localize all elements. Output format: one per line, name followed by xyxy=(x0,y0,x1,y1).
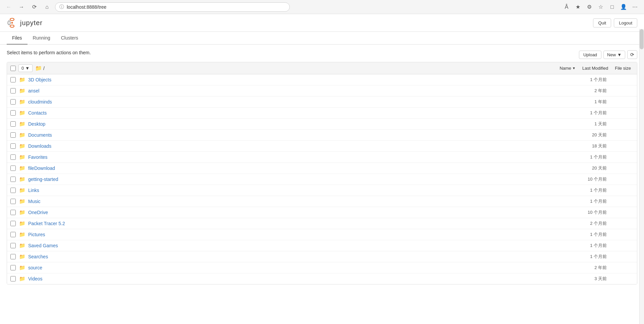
row-checkbox[interactable] xyxy=(10,121,16,127)
file-name-link[interactable]: Videos xyxy=(28,276,567,281)
tab-running[interactable]: Running xyxy=(28,32,56,45)
upload-button[interactable]: Upload xyxy=(579,51,601,59)
file-name-link[interactable]: cloudminds xyxy=(28,99,567,105)
collections-button[interactable]: ☆ xyxy=(596,2,606,12)
folder-icon: 📁 xyxy=(19,276,25,282)
home-button[interactable]: ⌂ xyxy=(42,2,52,12)
select-all-checkbox[interactable] xyxy=(10,66,16,71)
item-count-btn[interactable]: 0 ▼ xyxy=(18,64,33,72)
name-sort-icon: ▼ xyxy=(572,66,576,70)
row-checkbox[interactable] xyxy=(10,243,16,248)
file-name-link[interactable]: 3D Objects xyxy=(28,77,567,82)
profile-button[interactable]: 👤 xyxy=(619,2,629,12)
scrollbar-track[interactable] xyxy=(639,29,644,290)
row-checkbox[interactable] xyxy=(10,177,16,182)
file-name-link[interactable]: Links xyxy=(28,188,567,193)
file-modified: 3 天前 xyxy=(567,276,607,282)
modified-column-header[interactable]: Last Modified xyxy=(580,64,611,72)
file-name-link[interactable]: Favorites xyxy=(28,154,567,160)
row-checkbox[interactable] xyxy=(10,154,16,160)
row-checkbox[interactable] xyxy=(10,199,16,204)
more-button[interactable]: ⋯ xyxy=(630,2,640,12)
toolbar-left: 0 ▼ 📁 / xyxy=(10,64,45,72)
folder-icon: 📁 xyxy=(19,77,25,83)
forward-button[interactable]: → xyxy=(17,2,26,12)
row-checkbox[interactable] xyxy=(10,188,16,193)
file-name-link[interactable]: Music xyxy=(28,199,567,204)
folder-icon: 📁 xyxy=(19,232,25,238)
table-row: 📁 source 2 年前 xyxy=(7,262,637,273)
scrollbar-thumb[interactable] xyxy=(640,29,644,49)
file-modified: 10 个月前 xyxy=(567,209,607,215)
item-count: 0 xyxy=(21,66,24,71)
file-name-link[interactable]: Documents xyxy=(28,132,567,138)
row-checkbox[interactable] xyxy=(10,254,16,259)
row-checkbox[interactable] xyxy=(10,166,16,171)
split-screen-button[interactable]: □ xyxy=(607,2,617,12)
file-modified: 1 年前 xyxy=(567,99,607,105)
back-button[interactable]: ← xyxy=(4,2,13,12)
file-name-link[interactable]: Desktop xyxy=(28,121,567,127)
table-row: 📁 Downloads 18 天前 xyxy=(7,141,637,152)
table-row: 📁 Documents 20 天前 xyxy=(7,130,637,141)
tab-files[interactable]: Files xyxy=(7,32,28,45)
folder-icon: 📁 xyxy=(19,243,25,249)
file-modified: 1 个月前 xyxy=(567,232,607,238)
main-content: Select items to perform actions on them.… xyxy=(0,45,644,290)
favorites-button[interactable]: ★ xyxy=(573,2,583,12)
filesize-column-header[interactable]: File size xyxy=(612,64,634,72)
table-row: 📁 Packet Tracer 5.2 2 个月前 xyxy=(7,218,637,229)
file-modified: 1 个月前 xyxy=(567,110,607,116)
file-name-link[interactable]: Contacts xyxy=(28,110,567,116)
new-dropdown-icon: ▼ xyxy=(617,52,622,57)
row-checkbox[interactable] xyxy=(10,232,16,237)
table-row: 📁 getting-started 10 个月前 xyxy=(7,174,637,185)
row-checkbox[interactable] xyxy=(10,77,16,82)
url-input[interactable] xyxy=(67,4,285,10)
file-name-link[interactable]: Packet Tracer 5.2 xyxy=(28,221,567,226)
tab-clusters[interactable]: Clusters xyxy=(56,32,84,45)
folder-icon: 📁 xyxy=(19,165,25,171)
table-row: 📁 Links 1 个月前 xyxy=(7,185,637,196)
row-checkbox[interactable] xyxy=(10,99,16,105)
jupyter-logo-icon xyxy=(7,17,17,28)
file-name-link[interactable]: source xyxy=(28,265,567,270)
row-checkbox[interactable] xyxy=(10,110,16,116)
name-column-header[interactable]: Name ▼ xyxy=(557,64,578,72)
address-bar: ⓘ xyxy=(55,2,290,12)
profile-settings-button[interactable]: Â xyxy=(561,2,572,12)
table-row: 📁 OneDrive 10 个月前 xyxy=(7,207,637,218)
logout-button[interactable]: Logout xyxy=(614,18,637,27)
file-modified: 2 年前 xyxy=(567,88,607,94)
file-name-link[interactable]: ansel xyxy=(28,88,567,93)
file-name-link[interactable]: Pictures xyxy=(28,232,567,237)
quit-button[interactable]: Quit xyxy=(593,18,611,27)
row-checkbox[interactable] xyxy=(10,143,16,149)
reload-button[interactable]: ⟳ xyxy=(30,2,39,12)
file-modified: 20 天前 xyxy=(567,132,607,138)
row-checkbox[interactable] xyxy=(10,265,16,270)
table-row: 📁 Favorites 1 个月前 xyxy=(7,152,637,163)
jupyter-logo-text: jupyter xyxy=(20,19,43,27)
row-checkbox[interactable] xyxy=(10,276,16,281)
settings-button[interactable]: ⚙ xyxy=(584,2,594,12)
row-checkbox[interactable] xyxy=(10,221,16,226)
folder-icon: 📁 xyxy=(19,99,25,105)
file-modified: 18 天前 xyxy=(567,143,607,149)
file-modified: 1 个月前 xyxy=(567,198,607,204)
file-name-link[interactable]: Downloads xyxy=(28,143,567,149)
file-name-link[interactable]: getting-started xyxy=(28,177,567,182)
row-checkbox[interactable] xyxy=(10,132,16,138)
file-browser-toolbar: 0 ▼ 📁 / Name ▼ Last Modified File size xyxy=(7,62,637,74)
file-name-link[interactable]: Searches xyxy=(28,254,567,259)
item-count-dropdown-icon: ▼ xyxy=(25,66,30,71)
new-button[interactable]: New ▼ xyxy=(603,51,625,59)
folder-icon: 📁 xyxy=(19,88,25,94)
refresh-button[interactable]: ⟳ xyxy=(627,50,637,59)
row-checkbox[interactable] xyxy=(10,210,16,215)
file-name-link[interactable]: fileDownload xyxy=(28,166,567,171)
breadcrumb-folder-icon: 📁 xyxy=(35,65,42,71)
file-name-link[interactable]: Saved Games xyxy=(28,243,567,248)
row-checkbox[interactable] xyxy=(10,88,16,93)
file-name-link[interactable]: OneDrive xyxy=(28,210,567,215)
